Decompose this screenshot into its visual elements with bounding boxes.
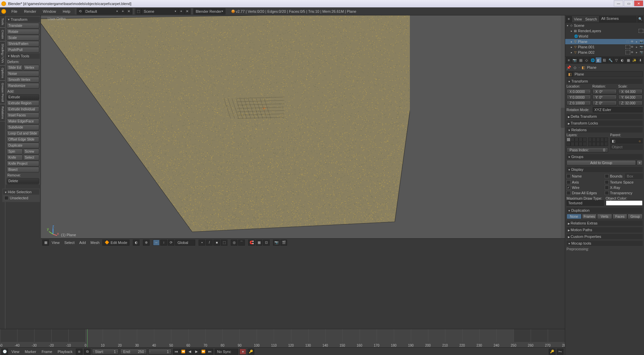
render-engine-dropdown[interactable]: Blender Render▾: [194, 8, 225, 14]
tab-particles[interactable]: ✨: [632, 57, 638, 63]
scale-y[interactable]: Y: 64.000: [618, 95, 643, 100]
play-reverse[interactable]: ◀: [186, 349, 193, 355]
properties-body[interactable]: ◧ Plane Transform Location: X:0.00000 Y:…: [565, 71, 644, 355]
btn-make-edge-face[interactable]: Make Edge/Face: [7, 118, 39, 124]
end-frame-field[interactable]: End:250: [120, 349, 147, 355]
select-mode-edge[interactable]: /: [206, 240, 213, 246]
cb-axis[interactable]: [567, 180, 571, 184]
close-button[interactable]: ✕: [634, 0, 643, 6]
section-custom-properties[interactable]: Custom Properties: [567, 234, 643, 239]
renderable-icon[interactable]: 📷: [640, 45, 643, 49]
outliner-renderlayers[interactable]: RenderLayers: [578, 29, 637, 33]
btn-knife-project[interactable]: Knife Project: [7, 161, 39, 166]
section-display[interactable]: Display: [567, 167, 643, 172]
keying-set-remove[interactable]: 🗝: [557, 349, 564, 355]
rotation-y[interactable]: Y: 0°: [592, 95, 617, 100]
rotation-z[interactable]: Z: 0°: [592, 100, 617, 106]
section-relations[interactable]: Relations: [567, 127, 643, 133]
btn-merge[interactable]: Merge: [7, 184, 39, 185]
object-name-field[interactable]: Plane: [573, 71, 643, 77]
btn-subdivide[interactable]: Subdivide: [7, 124, 39, 130]
dup-none[interactable]: None: [567, 214, 582, 219]
vtab-relations[interactable]: Relations: [0, 104, 5, 121]
outliner-search-icon[interactable]: 🔍: [637, 16, 643, 22]
snap-target-button[interactable]: ⊡: [263, 240, 270, 246]
scale-x[interactable]: X: 64.000: [618, 89, 643, 94]
proportional-falloff-button[interactable]: ⌒: [238, 240, 245, 246]
cb-transparency[interactable]: [605, 191, 609, 195]
tl-menu-playback[interactable]: Playback: [56, 349, 75, 355]
opengl-render-still[interactable]: 📷: [273, 240, 280, 246]
outliner-plane001[interactable]: Plane.001: [578, 45, 624, 49]
tl-range-button[interactable]: ⧈: [76, 349, 83, 355]
proportional-edit-button[interactable]: ◎: [231, 240, 237, 246]
menu-window[interactable]: Window: [40, 7, 59, 15]
pivot-point-button[interactable]: ⊕: [143, 240, 150, 246]
tab-constraints[interactable]: ⛓: [602, 57, 608, 63]
btn-extrude-individual[interactable]: Extrude Individual: [7, 106, 39, 112]
editor-type-icon[interactable]: ▦: [42, 240, 49, 246]
visibility-icon[interactable]: 👁: [630, 40, 634, 44]
cb-wire[interactable]: [567, 186, 571, 190]
viewport-scrollbar[interactable]: [561, 15, 565, 246]
scene-browse-button[interactable]: ⬚: [136, 8, 142, 14]
tl-menu-view[interactable]: View: [9, 349, 21, 355]
tab-scene[interactable]: ◇: [584, 57, 590, 63]
tab-object[interactable]: ◧: [596, 57, 602, 63]
3d-viewport[interactable]: User Ortho (1) Plane z y x ▦ View Select…: [41, 15, 565, 246]
section-duplication[interactable]: Duplication: [567, 208, 643, 213]
vtab-create[interactable]: Create: [0, 28, 5, 41]
btn-knife-select[interactable]: Select: [23, 155, 39, 160]
section-delta-transform[interactable]: Delta Transform: [567, 114, 643, 119]
opengl-render-anim[interactable]: 🎬: [280, 240, 287, 246]
btn-spin[interactable]: Spin: [7, 149, 23, 154]
vtab-grease-pencil[interactable]: Grease Pencil: [0, 81, 5, 104]
section-groups[interactable]: Groups: [567, 154, 643, 159]
dup-verts[interactable]: Verts: [597, 214, 612, 219]
btn-noise[interactable]: Noise: [7, 71, 39, 77]
jump-to-end[interactable]: ⏭: [207, 349, 213, 355]
orientation-dropdown[interactable]: Global: [175, 240, 195, 246]
screen-layout-dropdown[interactable]: Default▾: [83, 8, 120, 14]
outliner-filter-dropdown[interactable]: All Scenes: [599, 16, 637, 22]
tab-physics[interactable]: ⬇: [637, 57, 643, 63]
vp-menu-view[interactable]: View: [50, 240, 62, 246]
visibility-icon[interactable]: 👁: [630, 51, 634, 54]
outliner-world[interactable]: World: [579, 34, 643, 38]
btn-rotate[interactable]: Rotate: [7, 29, 39, 35]
tab-material[interactable]: ◐: [620, 57, 626, 63]
props-editor-icon[interactable]: ≡: [566, 57, 572, 63]
select-mode-face[interactable]: ■: [213, 240, 220, 246]
outliner-plane002[interactable]: Plane.002: [578, 50, 624, 54]
btn-translate[interactable]: Translate: [7, 23, 39, 29]
vtab-options[interactable]: Options: [0, 65, 5, 81]
minimize-button[interactable]: —: [614, 0, 623, 6]
btn-delete[interactable]: Delete: [7, 178, 39, 184]
maximize-button[interactable]: ▭: [624, 0, 633, 6]
outliner-scene[interactable]: Scene: [574, 23, 643, 28]
checkbox-unselected[interactable]: [4, 196, 8, 200]
btn-extrude-region[interactable]: Extrude Region: [7, 100, 39, 106]
rotation-x[interactable]: X: 0°: [592, 89, 617, 94]
btn-duplicate[interactable]: Duplicate: [7, 143, 39, 148]
cb-xray[interactable]: [605, 186, 609, 190]
timeline-canvas[interactable]: -50-40-30-20-100102030405060708090100110…: [0, 329, 565, 347]
auto-keyframe-toggle[interactable]: ●: [239, 349, 246, 355]
menu-render[interactable]: Render: [21, 7, 40, 15]
operator-panel-title[interactable]: Hide Selection: [3, 189, 39, 195]
jump-to-start[interactable]: ⏮: [173, 349, 180, 355]
manipulator-translate[interactable]: ↕: [160, 240, 167, 246]
section-motion-paths[interactable]: Motion Paths: [567, 227, 643, 233]
jump-next-keyframe[interactable]: ⏩: [200, 349, 207, 355]
cb-name[interactable]: [567, 174, 571, 178]
tab-world[interactable]: 🌐: [590, 57, 596, 63]
section-transform[interactable]: Transform: [567, 79, 643, 84]
bounds-type-dropdown[interactable]: Box: [625, 173, 643, 179]
section-mocap-tools[interactable]: Mocap tools: [567, 241, 643, 246]
current-frame-field[interactable]: 1: [148, 349, 172, 355]
select-mode-vertex[interactable]: ▪: [199, 240, 205, 246]
outliner-plane[interactable]: Plane: [578, 40, 624, 44]
dup-faces[interactable]: Faces: [612, 214, 628, 219]
shading-mode-button[interactable]: ◐: [133, 240, 140, 246]
outliner-menu-search[interactable]: Search: [584, 17, 598, 21]
